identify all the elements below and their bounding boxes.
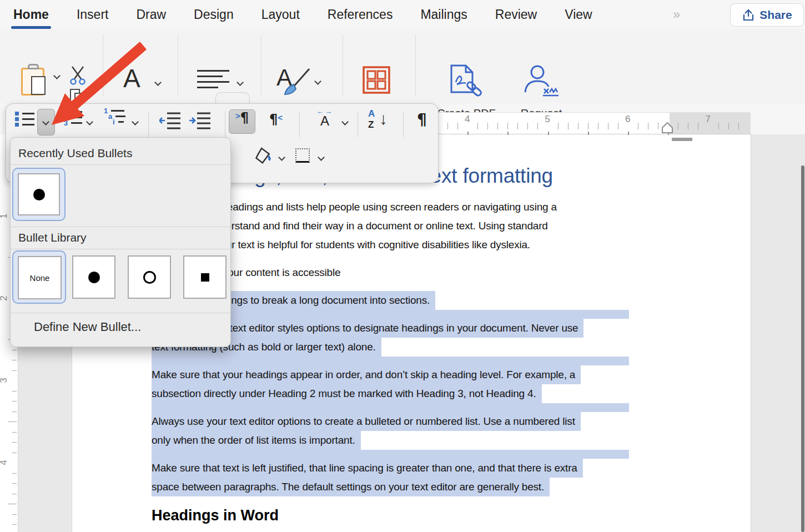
character-spacing-button[interactable]: ←→ A: [310, 107, 339, 129]
vruler-number-4: 4: [0, 460, 9, 465]
numbered-list-dropdown-chevron[interactable]: [86, 118, 93, 126]
document-subheading: Headings in Word: [152, 505, 668, 525]
filled-square-bullet-icon: [201, 273, 209, 282]
recently-used-bullets-header: Recently Used Bullets: [11, 147, 230, 160]
share-label: Share: [759, 8, 792, 22]
define-new-bullet-item[interactable]: Define New Bullet...: [11, 320, 230, 334]
styles-brush-icon: [280, 66, 314, 99]
none-label: None: [30, 273, 50, 283]
increase-indent-icon: [189, 112, 212, 129]
bullet-option-none[interactable]: None: [12, 250, 66, 304]
hruler-number-5: 5: [545, 114, 550, 125]
bullet-library-header: Bullet Library: [11, 231, 230, 244]
hollow-circle-bullet-icon: [143, 271, 156, 284]
tab-view[interactable]: View: [564, 6, 593, 23]
vertical-scrollbar[interactable]: [801, 165, 804, 532]
increase-indent-button[interactable]: [189, 112, 212, 129]
bullet-option-hollow-circle[interactable]: [128, 255, 171, 299]
rtl-paragraph-button[interactable]: ¶<: [263, 112, 289, 127]
multilevel-list-button[interactable]: 1 a i: [104, 108, 132, 124]
hruler-number-7: 7: [706, 114, 711, 125]
font-icon: A: [123, 63, 140, 93]
request-signatures-icon: [522, 63, 561, 100]
font-dropdown-chevron[interactable]: [154, 79, 162, 86]
share-icon: [742, 8, 755, 22]
tab-layout[interactable]: Layout: [260, 6, 301, 23]
tab-overflow-chevron[interactable]: »: [673, 7, 679, 22]
filled-circle-bullet-icon: [33, 189, 45, 200]
paste-dropdown-chevron[interactable]: [53, 72, 61, 79]
bullet-dropdown-panel: Recently Used Bullets Bullet Library Non…: [10, 137, 231, 347]
hruler-number-6: 6: [625, 114, 630, 125]
bullet-list-button[interactable]: [15, 111, 37, 127]
decrease-indent-button[interactable]: [159, 112, 182, 129]
shading-dropdown-chevron[interactable]: [278, 154, 285, 161]
recent-bullet-option-selected[interactable]: [12, 168, 66, 221]
hruler-number-4: 4: [465, 114, 470, 125]
bullet-list-dropdown-button[interactable]: [37, 109, 55, 135]
vruler-number-3: 3: [0, 378, 9, 383]
tab-draw[interactable]: Draw: [135, 6, 167, 23]
borders-dropdown-chevron[interactable]: [318, 154, 325, 161]
decrease-indent-icon: [159, 112, 182, 129]
create-pdf-icon: [447, 63, 485, 100]
paragraph-7[interactable]: Make sure that text is left justified, t…: [152, 459, 668, 496]
styles-dropdown-chevron[interactable]: [314, 78, 321, 85]
paragraph-5[interactable]: Make sure that your headings appear in o…: [152, 365, 668, 403]
tab-review[interactable]: Review: [494, 6, 538, 23]
tab-mailings[interactable]: Mailings: [419, 6, 468, 23]
ribbon-tabs: HomeInsertDrawDesignLayoutReferencesMail…: [12, 0, 593, 29]
sort-button[interactable]: A Z: [368, 108, 375, 131]
ribbon-tab-bar: HomeInsertDrawDesignLayoutReferencesMail…: [0, 0, 805, 29]
numbered-list-button[interactable]: 1 2 3: [64, 109, 86, 126]
tab-insert[interactable]: Insert: [76, 6, 110, 23]
bullet-option-filled-square[interactable]: [183, 255, 227, 299]
sort-arrow-icon: ↓: [379, 109, 388, 128]
paragraph-6[interactable]: Always use your text editor options to c…: [152, 412, 668, 450]
recent-bullet-filled-circle: [18, 173, 60, 215]
character-spacing-dropdown-chevron[interactable]: [341, 118, 349, 126]
bullet-option-filled-circle[interactable]: [72, 255, 115, 299]
shading-bucket-icon: [254, 147, 273, 165]
tab-design[interactable]: Design: [193, 6, 235, 23]
ribbon: Paste A Font: [0, 29, 805, 103]
multilevel-list-dropdown-chevron[interactable]: [132, 118, 139, 126]
paragraph-dropdown-chevron[interactable]: [237, 79, 244, 86]
show-paragraph-marks-button[interactable]: ¶: [417, 111, 427, 129]
share-button[interactable]: Share: [730, 3, 804, 27]
tab-home[interactable]: Home: [12, 6, 50, 23]
vruler-number-1: 1: [0, 213, 9, 218]
word-window: 4567 1234 Use headings, lists, and other…: [0, 0, 805, 532]
shading-button[interactable]: [254, 147, 273, 165]
scissors-icon: [69, 66, 87, 86]
ltr-paragraph-button[interactable]: >¶: [229, 109, 255, 134]
filled-circle-bullet-icon: [88, 272, 100, 283]
addins-icon: [362, 66, 391, 94]
cut-button[interactable]: [69, 66, 87, 86]
borders-button[interactable]: [295, 148, 310, 163]
tab-references[interactable]: References: [326, 6, 394, 23]
ruler-gray-marker: [672, 138, 692, 141]
vruler-number-2: 2: [0, 295, 9, 300]
right-indent-marker[interactable]: [661, 122, 673, 134]
paragraph-icon: [197, 70, 230, 92]
